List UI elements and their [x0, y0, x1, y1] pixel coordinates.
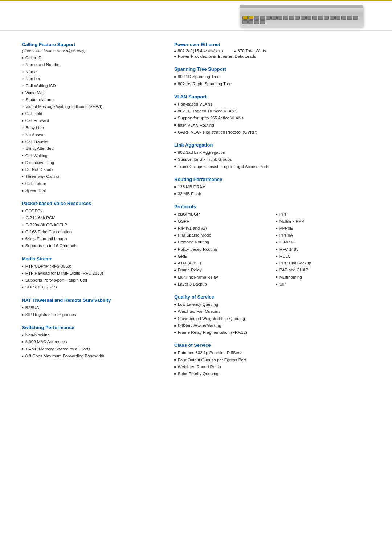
list-item: Inter-VLAN Routing: [174, 122, 370, 129]
section-subtitle-calling: (Varies with feature server/gateway): [22, 49, 160, 53]
section-spanning-tree: Spanning Tree Support 802.1D Spanning Tr…: [174, 66, 370, 87]
list-item: Support for Six Trunk Groups: [174, 156, 370, 163]
device-port: [353, 16, 358, 20]
list-item: Demand Routing: [174, 239, 269, 246]
list-item: HDLC: [276, 253, 370, 260]
list-item: PAP and CHAP: [276, 267, 370, 274]
list-item: RFC 1483: [276, 246, 370, 253]
section-calling-feature-support: Calling Feature Support (Varies with fea…: [22, 42, 160, 194]
list-item: GARP VLAN Registration Protocol (GVRP): [174, 129, 370, 136]
list-item: DiffServ Aware/Marking: [174, 322, 370, 329]
list-item: Weighted Fair Queuing: [174, 308, 370, 315]
list-item: Enforces 802.1p Priorities DiffServ: [174, 349, 370, 356]
list-item: 32 MB Flash: [174, 190, 370, 197]
device-port: [254, 16, 259, 20]
list-item: Multihoming: [276, 274, 370, 281]
section-protocols: Protocols eBGP/iBGP OSPF RIP (v1 and v2)…: [174, 204, 370, 288]
device-port: [248, 16, 253, 20]
device-image: [240, 5, 363, 27]
list-item: B2BUA: [22, 304, 160, 311]
list-item: Weighted Round Robin: [174, 364, 370, 370]
list-item: No Answer: [22, 131, 160, 138]
qos-list: Low Latency Queuing Weighted Fair Queuin…: [174, 301, 370, 336]
vlan-list: Port-based VLANs 802.1Q Tagged Trunked V…: [174, 101, 370, 136]
list-item: Multilink PPP: [276, 218, 370, 225]
list-item: PIM Sparse Mode: [174, 232, 269, 239]
list-item: RIP (v1 and v2): [174, 225, 269, 232]
section-title-switching: Switching Performance: [22, 325, 160, 330]
list-item: PPP Dial Backup: [276, 260, 370, 267]
section-vlan: VLAN Support Port-based VLANs 802.1Q Tag…: [174, 94, 370, 136]
main-content: Calling Feature Support (Varies with fea…: [0, 31, 392, 395]
list-item: ATM (ADSL): [174, 260, 269, 267]
list-item: G.711-64k PCM: [22, 214, 160, 221]
section-quality-of-service: Quality of Service Low Latency Queuing W…: [174, 294, 370, 336]
list-item: IGMP v2: [276, 239, 370, 246]
protocols-col-2: PPP Multilink PPP PPPoE PPPoA IGMP v2 RF…: [276, 211, 370, 288]
list-item: Busy Line: [22, 124, 160, 131]
media-stream-list: RTP/UDP/IP (RFS 3550) RTP Payload for DT…: [22, 263, 160, 291]
list-item: Voice Mail: [22, 89, 160, 96]
list-item: Power Provided over Ethernet Data Leads: [174, 53, 370, 60]
section-title-poe: Power over Ethernet: [174, 42, 370, 47]
section-poe: Power over Ethernet ■802.3af (15.4 watts…: [174, 42, 370, 60]
list-item: RTP/UDP/IP (RFS 3550): [22, 263, 160, 270]
list-item: Port-based VLANs: [174, 101, 370, 108]
device-port: [301, 16, 306, 20]
list-item: Caller ID: [22, 54, 160, 61]
list-item: eBGP/iBGP: [174, 211, 269, 218]
list-item: 802.1Q Tagged Trunked VLANS: [174, 108, 370, 115]
poe-list: Power Provided over Ethernet Data Leads: [174, 53, 370, 60]
device-port: [341, 16, 346, 20]
left-column: Calling Feature Support (Varies with fea…: [22, 42, 160, 384]
device-port: [266, 16, 271, 20]
section-title-qos: Quality of Service: [174, 294, 370, 300]
list-item: Supports up to 16 Channels: [22, 242, 160, 249]
device-port: [347, 16, 352, 20]
list-item: Multilink Frame Relay: [174, 274, 269, 281]
section-title-spanning: Spanning Tree Support: [174, 66, 370, 72]
list-item: SIP: [276, 281, 370, 288]
list-item: PPPoE: [276, 225, 370, 232]
link-agg-list: 802.3ad Link Aggregation Support for Six…: [174, 149, 370, 170]
list-item: Trunk Groups Consist of up to Eight Acce…: [174, 163, 370, 170]
header-area: [0, 1, 392, 31]
device-port: [324, 16, 329, 20]
list-item: GRE: [174, 253, 269, 260]
list-item: Call Waiting: [22, 152, 160, 159]
list-item: Distinctive Ring: [22, 159, 160, 166]
protocols-col-1: eBGP/iBGP OSPF RIP (v1 and v2) PIM Spars…: [174, 211, 269, 288]
list-item: Name: [22, 69, 160, 75]
section-title-link-agg: Link Aggregation: [174, 142, 370, 148]
section-title-calling: Calling Feature Support: [22, 42, 160, 47]
packet-based-list: CODECs G.711-64k PCM G.729a-8k CS-ACELP …: [22, 208, 160, 250]
list-item: SDP (RFC 2327): [22, 284, 160, 291]
section-title-packet: Packet-based Voice Resources: [22, 201, 160, 206]
section-title-routing: Routing Performance: [174, 177, 370, 182]
device-port: [242, 20, 248, 24]
section-title-cos: Class of Service: [174, 342, 370, 348]
section-switching: Switching Performance Non-blocking 8,000…: [22, 325, 160, 360]
list-item: Strict Priority Queuing: [174, 370, 370, 377]
spanning-tree-list: 802.1D Spanning Tree 802.1w Rapid Spanni…: [174, 73, 370, 87]
device-port: [260, 20, 265, 24]
calling-feature-list: Caller ID Name and Number Name Number Ca…: [22, 54, 160, 194]
protocols-grid: eBGP/iBGP OSPF RIP (v1 and v2) PIM Spars…: [174, 211, 370, 288]
list-item: 16-MB Memory Shared by all Ports: [22, 346, 160, 353]
section-title-vlan: VLAN Support: [174, 94, 370, 99]
list-item: Call Return: [22, 180, 160, 187]
list-item: 802.1D Spanning Tree: [174, 73, 370, 80]
list-item: Call Hold: [22, 110, 160, 117]
list-item: Low Latency Queuing: [174, 301, 370, 308]
list-item: Class-based Weighted Fair Queuing: [174, 315, 370, 322]
list-item: Frame Relay: [174, 267, 269, 274]
section-routing-performance: Routing Performance 128 MB DRAM 32 MB Fl…: [174, 177, 370, 198]
device-port: [318, 16, 323, 20]
list-item: Four Output Queues per Egress Port: [174, 357, 370, 364]
list-item: G.168 Echo Cancellation: [22, 229, 160, 235]
section-title-media: Media Stream: [22, 256, 160, 262]
device-port: [260, 16, 265, 20]
device-port: [283, 16, 288, 20]
device-port: [289, 16, 294, 20]
list-item: Blind, Attended: [22, 145, 160, 152]
